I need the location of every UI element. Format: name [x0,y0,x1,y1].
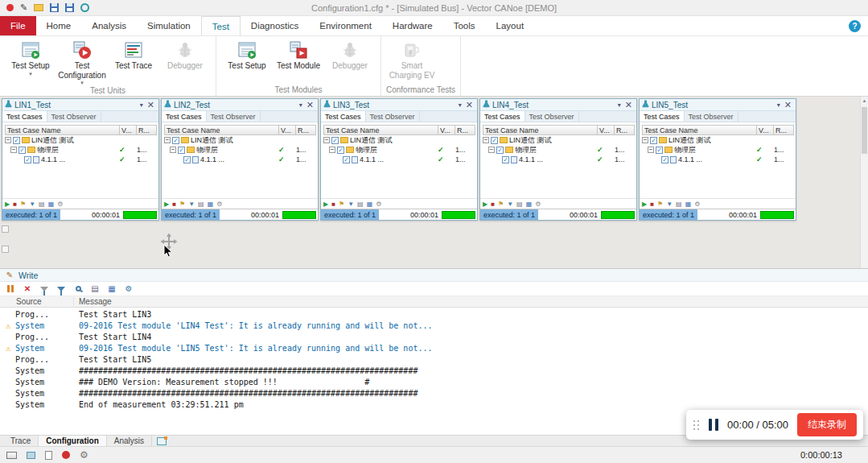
test-window-titlebar[interactable]: LIN4_Test ▾ ✕ [480,99,636,111]
tree-expander-icon[interactable]: − [323,137,330,143]
pin-icon[interactable]: ▾ [299,101,302,109]
column-header[interactable]: R... [136,125,157,135]
write-titlebar[interactable]: ✎ Write [0,269,868,282]
column-header[interactable]: V... [438,125,455,135]
column-header[interactable]: V... [756,125,774,135]
test-case-row[interactable]: ✓4.1.1 ...✓1... [642,155,793,164]
tree-expander-icon[interactable]: − [5,137,11,143]
sync-icon[interactable] [80,3,89,12]
ribbon-button-test-trace[interactable]: Test Trace [108,38,159,71]
close-icon[interactable]: ✕ [623,100,634,110]
close-icon[interactable]: ✕ [146,100,156,110]
ribbon-button-debugger[interactable]: Debugger [324,38,376,71]
test-window-tab[interactable]: Test Cases [2,111,47,122]
ribbon-button-test-module[interactable]: Test Module [273,38,324,71]
save-all-icon[interactable] [65,3,74,12]
tree-expander-icon[interactable]: − [642,137,648,143]
write-row[interactable]: ⚠System09-2016 Test module 'LIN4 Test': … [0,320,868,331]
run-icon[interactable]: ▶ [483,200,487,208]
tree-expander-icon[interactable]: − [488,147,495,153]
checkbox[interactable]: ✓ [343,156,350,163]
checkbox[interactable]: ✓ [656,147,663,154]
flag-icon[interactable]: ⚑ [179,200,185,208]
checkbox[interactable]: ✓ [13,137,20,144]
save-icon[interactable]: ▦ [685,200,692,208]
bottom-tab-configuration[interactable]: Configuration [39,436,107,446]
column-header[interactable]: Test Case Name [642,125,757,135]
column-header[interactable]: R... [614,125,635,135]
menu-tab-test[interactable]: Test [201,16,241,35]
run-icon[interactable]: ▶ [642,200,647,208]
pin-icon[interactable]: ▾ [618,101,621,109]
save-icon[interactable] [50,3,59,12]
options-icon[interactable]: ⚙ [123,283,134,295]
pin-icon[interactable]: ▾ [459,101,462,109]
settings-icon[interactable]: ⚙ [57,200,63,208]
tree-expander-icon[interactable]: − [648,147,654,153]
settings-icon[interactable]: ⚙ [694,200,700,208]
report-icon[interactable]: ▤ [676,200,682,208]
export-icon[interactable]: ▦ [106,283,117,295]
search-icon[interactable] [72,283,84,295]
menu-tab-hardware[interactable]: Hardware [382,16,443,35]
pause-recording-icon[interactable] [709,419,718,431]
filter-icon[interactable]: ▼ [188,200,195,208]
save-icon[interactable]: ▦ [367,200,373,208]
settings-icon[interactable]: ⚙ [535,200,541,208]
checkbox[interactable]: ✓ [331,137,339,144]
test-window-tab[interactable]: Test Cases [480,111,525,122]
write-row[interactable]: ⚠System09-2016 Test module 'LIN5 Test': … [0,342,868,353]
write-table-header[interactable]: Source Message [0,296,868,308]
pin-icon[interactable]: ▾ [140,101,143,109]
test-window-tab[interactable]: Test Observer [207,111,261,122]
column-header[interactable]: R... [773,125,794,135]
column-header[interactable]: R... [455,125,475,135]
menu-tab-tools[interactable]: Tools [443,16,486,35]
write-row[interactable]: ⚠SystemEnd of measurement 03:29:51.211 p… [0,399,868,410]
save-icon[interactable]: ▦ [208,200,214,208]
filter-icon[interactable]: ▼ [348,200,354,208]
tree-expander-icon[interactable]: − [170,147,176,153]
checkbox[interactable]: ✓ [178,147,185,154]
vertical-scrollbar[interactable]: ▲ [860,97,868,268]
record-icon[interactable] [6,4,14,11]
test-case-row[interactable]: −✓物理层✓1... [164,145,315,155]
test-case-row[interactable]: ✓4.1.1 ...✓1... [483,155,634,164]
test-case-row[interactable]: −✓LIN通信 测试 [164,135,315,145]
test-case-row[interactable]: −✓物理层✓1... [483,145,634,155]
flag-icon[interactable]: ⚑ [657,200,663,208]
write-row[interactable]: ⚠Prog...Test Start LIN3 [0,308,868,320]
settings-icon[interactable]: ⚙ [80,450,88,460]
test-window-tab[interactable]: Test Cases [162,111,207,122]
write-row[interactable]: ⚠System### DEMO Version: Measurement sto… [0,376,868,387]
column-header[interactable]: Test Case Name [323,125,438,135]
tree-expander-icon[interactable]: − [329,147,335,153]
report-icon[interactable]: ▤ [198,200,204,208]
checkbox[interactable]: ✓ [172,137,179,144]
stop-recording-button[interactable]: 结束录制 [797,413,857,436]
test-case-row[interactable]: −✓物理层✓1... [642,145,793,155]
stop-icon[interactable]: ■ [491,200,495,208]
ribbon-button-test-setup[interactable]: Test Setup▾ [5,38,56,76]
column-header[interactable]: V... [119,125,137,135]
report-icon[interactable]: ▤ [357,200,364,208]
checkbox[interactable]: ✓ [491,137,498,144]
test-case-row[interactable]: ✓4.1.1 ...✓1... [5,155,156,164]
tree-expander-icon[interactable]: − [483,137,489,143]
settings-icon[interactable]: ⚙ [216,200,222,208]
pause-output-icon[interactable] [5,283,16,295]
collapsed-panel-icon[interactable] [2,246,9,253]
test-case-row[interactable]: −✓LIN通信 测试 [323,135,475,145]
pin-icon[interactable]: ▾ [777,101,780,109]
checkbox[interactable]: ✓ [183,156,191,163]
column-header-source[interactable]: Source [0,297,74,306]
new-tab-icon[interactable] [157,437,167,445]
close-icon[interactable]: ✕ [783,100,793,110]
stop-icon[interactable]: ■ [331,200,335,208]
bottom-tab-trace[interactable]: Trace [3,436,39,446]
ribbon-button-debugger[interactable]: Debugger [159,38,211,71]
test-window-tab[interactable]: Test Observer [366,111,420,122]
filter-icon[interactable] [56,283,67,295]
test-case-row[interactable]: ✓4.1.1 ...✓1... [164,155,315,164]
keyboard-icon[interactable] [6,452,17,459]
